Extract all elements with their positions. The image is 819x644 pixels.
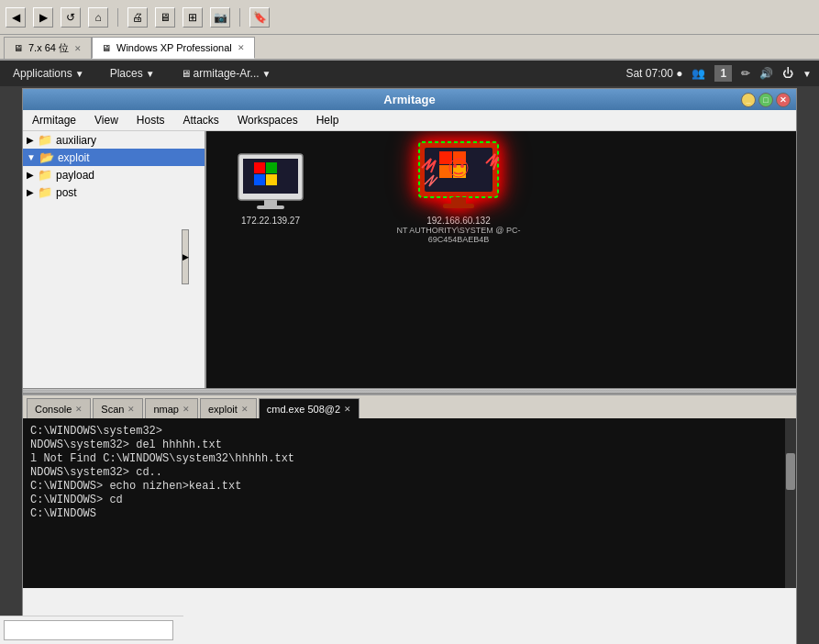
menu-attacks[interactable]: Attacks xyxy=(180,112,223,128)
terminal-line-6: C:\WINDOWS> echo nizhen>keai.txt xyxy=(30,480,789,493)
tab-cmd-close[interactable]: ✕ xyxy=(344,405,351,414)
places-label: Places xyxy=(110,67,143,80)
module-tree-panel: ▶ ▶ 📁 auxiliary ▼ 📂 exploit ▶ 📁 payload xyxy=(23,131,206,388)
datetime-display: Sat 07:00 ● xyxy=(625,67,682,80)
tree-label-exploit: exploit xyxy=(58,151,90,164)
svg-point-15 xyxy=(453,164,457,168)
tab-close-1[interactable]: ✕ xyxy=(238,43,245,52)
back-button[interactable]: ◀ xyxy=(6,7,26,28)
tree-label-auxiliary: auxiliary xyxy=(56,134,96,147)
tree-label-post: post xyxy=(56,186,77,199)
svg-rect-4 xyxy=(254,174,265,185)
close-button[interactable]: ✕ xyxy=(776,93,791,107)
tab-nmap[interactable]: nmap ✕ xyxy=(145,398,198,418)
tab-icon-0: 🖥 xyxy=(14,43,23,53)
tab-scan-label: Scan xyxy=(101,404,124,415)
forward-button[interactable]: ▶ xyxy=(33,7,53,28)
menu-view[interactable]: View xyxy=(91,112,122,128)
tab-console[interactable]: Console ✕ xyxy=(27,398,91,418)
terminal-area-wrapper: C:\WINDOWS\system32> NDOWS\system32> del… xyxy=(23,418,796,588)
camera-button[interactable]: 📷 xyxy=(210,7,230,28)
tab-console-close[interactable]: ✕ xyxy=(75,405,83,414)
svg-rect-11 xyxy=(453,151,466,164)
host-ip-172: 172.22.139.27 xyxy=(241,216,300,226)
window-title: Armitage xyxy=(383,93,435,106)
folder-icon-post: 📁 xyxy=(38,185,52,199)
print-button[interactable]: 🖨 xyxy=(127,7,148,28)
menu-workspaces[interactable]: Workspaces xyxy=(234,112,302,128)
hosts-panel[interactable]: 172.22.139.27 xyxy=(206,131,796,388)
terminal-scrollbar[interactable] xyxy=(785,418,796,588)
svg-rect-2 xyxy=(254,162,265,173)
browser-toolbar: ◀ ▶ ↺ ⌂ 🖨 🖥 ⊞ 📷 🔖 xyxy=(0,0,819,35)
svg-rect-7 xyxy=(257,205,284,209)
tab-exploit-close[interactable]: ✕ xyxy=(241,405,249,414)
split-button[interactable]: ⊞ xyxy=(183,7,203,28)
main-content: ▶ ▶ 📁 auxiliary ▼ 📂 exploit ▶ 📁 payload xyxy=(23,131,796,388)
terminal-line-1: NDOWS\system32> del hhhhh.txt xyxy=(30,439,789,451)
tree-arrow-payload: ▶ xyxy=(27,170,34,180)
tab-scan[interactable]: Scan ✕ xyxy=(93,398,143,418)
terminal-line-9: C:\WINDOWS xyxy=(30,507,789,520)
host-192[interactable]: 192.168.60.132 NT AUTHORITY\SYSTEM @ PC-… xyxy=(367,140,550,244)
gnome-bar-right: Sat 07:00 ● 👥 1 ✏ 🔊 ⏻ ▼ xyxy=(625,65,812,82)
terminal-tabs-bar: Console ✕ Scan ✕ nmap ✕ exploit ✕ cmd.ex… xyxy=(23,394,796,418)
tab-exploit-label: exploit xyxy=(208,404,238,415)
scrollbar-thumb[interactable] xyxy=(786,453,795,490)
folder-icon-auxiliary: 📁 xyxy=(38,133,52,147)
tab-exploit[interactable]: exploit ✕ xyxy=(200,398,257,418)
window-controls: _ □ ✕ xyxy=(741,93,791,107)
tree-item-auxiliary[interactable]: ▶ 📁 auxiliary xyxy=(23,131,205,149)
tab-scan-close[interactable]: ✕ xyxy=(127,405,135,414)
active-window-menu[interactable]: 🖥 armitage-Ar... ▼ xyxy=(175,65,277,82)
menu-help[interactable]: Help xyxy=(313,112,343,128)
tab-console-label: Console xyxy=(35,404,72,415)
separator-2 xyxy=(239,8,240,27)
tree-item-payload[interactable]: ▶ 📁 payload xyxy=(23,166,205,183)
panel-expand-button[interactable]: ▶ xyxy=(182,229,189,284)
armitage-window: Armitage _ □ ✕ Armitage View Hosts Attac… xyxy=(22,88,797,644)
places-menu[interactable]: Places ▼ xyxy=(105,65,160,82)
armitage-inner: ▶ ▶ 📁 auxiliary ▼ 📂 exploit ▶ 📁 payload xyxy=(23,131,796,644)
tab-cmd[interactable]: cmd.exe 508@2 ✕ xyxy=(259,398,360,418)
maximize-button[interactable]: □ xyxy=(758,93,773,107)
tab-label-0: 7.x 64 位 xyxy=(28,41,69,55)
svg-point-16 xyxy=(460,164,464,168)
svg-rect-18 xyxy=(443,204,474,208)
host-ip-192: 192.168.60.132 xyxy=(426,216,491,226)
host-monitor-192 xyxy=(417,140,500,214)
host-monitor-172 xyxy=(234,150,307,214)
applications-menu[interactable]: Applications ▼ xyxy=(7,65,90,82)
tab-close-0[interactable]: ✕ xyxy=(74,44,82,53)
bookmark-button[interactable]: 🔖 xyxy=(249,7,270,28)
menu-armitage[interactable]: Armitage xyxy=(28,112,80,128)
window-dropdown-icon: ▼ xyxy=(262,69,271,79)
tab-nmap-label: nmap xyxy=(153,404,179,415)
menu-hosts[interactable]: Hosts xyxy=(133,112,169,128)
tree-item-exploit[interactable]: ▼ 📂 exploit xyxy=(23,149,205,166)
tab-cmd-label: cmd.exe 508@2 xyxy=(267,404,340,415)
places-dropdown-icon: ▼ xyxy=(146,69,155,79)
monitor-button[interactable]: 🖥 xyxy=(155,7,175,28)
folder-icon-exploit: 📂 xyxy=(39,150,54,164)
minimize-button[interactable]: _ xyxy=(741,93,756,107)
workspace-indicator[interactable]: 1 xyxy=(714,65,732,82)
home-button[interactable]: ⌂ xyxy=(88,7,108,28)
applications-dropdown-icon: ▼ xyxy=(75,69,84,79)
terminal-output[interactable]: C:\WINDOWS\system32> NDOWS\system32> del… xyxy=(23,418,796,588)
terminal-line-4: NDOWS\system32> cd.. xyxy=(30,466,789,479)
terminal-line-2: l Not Find C:\WINDOWS\system32\hhhhh.txt xyxy=(30,452,789,465)
tab-label-1: Windows XP Professional xyxy=(116,42,232,53)
people-icon: 👥 xyxy=(692,67,705,80)
browser-tab-0[interactable]: 🖥 7.x 64 位 ✕ xyxy=(4,37,92,59)
browser-tab-1[interactable]: 🖥 Windows XP Professional ✕ xyxy=(92,37,255,59)
tab-nmap-close[interactable]: ✕ xyxy=(183,405,190,414)
svg-rect-3 xyxy=(266,162,277,173)
gnome-bar: Applications ▼ Places ▼ 🖥 armitage-Ar...… xyxy=(0,61,819,86)
separator-1 xyxy=(117,8,118,27)
host-172[interactable]: 172.22.139.27 xyxy=(234,150,307,226)
tree-item-post[interactable]: ▶ 📁 post xyxy=(23,183,205,201)
reload-button[interactable]: ↺ xyxy=(61,7,81,28)
tab-icon-1: 🖥 xyxy=(102,43,111,53)
tree-arrow-post: ▶ xyxy=(27,187,34,197)
